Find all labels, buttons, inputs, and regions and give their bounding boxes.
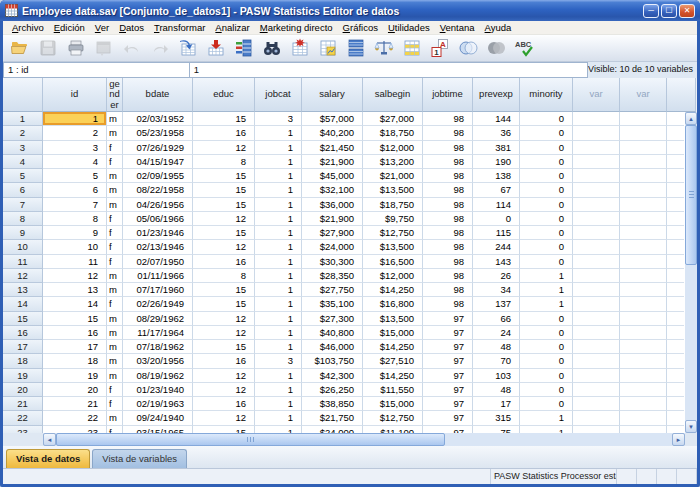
- table-cell[interactable]: 0: [520, 126, 573, 140]
- table-cell[interactable]: 8: [193, 269, 255, 283]
- menu-ver[interactable]: Ver: [90, 22, 114, 33]
- table-cell[interactable]: 97: [423, 326, 473, 340]
- row-header-2[interactable]: 2: [3, 126, 43, 140]
- table-cell[interactable]: $28,350: [302, 269, 363, 283]
- column-header-prevexp[interactable]: prevexp: [473, 78, 520, 112]
- table-cell[interactable]: f: [107, 141, 123, 155]
- table-cell[interactable]: $21,900: [302, 212, 363, 226]
- vertical-scroll-thumb[interactable]: [685, 125, 697, 265]
- table-cell[interactable]: 05/23/1958: [123, 126, 193, 140]
- table-cell[interactable]: [620, 383, 667, 397]
- table-cell[interactable]: $27,900: [302, 226, 363, 240]
- table-cell[interactable]: m: [107, 326, 123, 340]
- table-cell[interactable]: m: [107, 354, 123, 368]
- table-cell[interactable]: 48: [473, 340, 520, 354]
- insert-variable-icon[interactable]: [316, 36, 340, 60]
- table-cell[interactable]: [573, 269, 620, 283]
- table-cell[interactable]: 1: [255, 326, 302, 340]
- table-cell[interactable]: [620, 141, 667, 155]
- table-cell[interactable]: 1: [255, 183, 302, 197]
- table-cell[interactable]: $27,510: [363, 354, 423, 368]
- table-cell[interactable]: 115: [473, 226, 520, 240]
- column-header-gender[interactable]: gender: [107, 78, 123, 112]
- split-file-icon[interactable]: [344, 36, 368, 60]
- table-cell[interactable]: [573, 155, 620, 169]
- table-cell[interactable]: [573, 169, 620, 183]
- table-cell[interactable]: 381: [473, 141, 520, 155]
- table-cell[interactable]: 8: [193, 155, 255, 169]
- table-cell[interactable]: 137: [473, 297, 520, 311]
- horizontal-scrollbar[interactable]: ◄ ►: [43, 433, 685, 446]
- table-cell[interactable]: [573, 426, 620, 434]
- table-cell[interactable]: 6: [43, 183, 107, 197]
- table-cell[interactable]: 11: [43, 255, 107, 269]
- table-cell[interactable]: m: [107, 283, 123, 297]
- table-cell[interactable]: $13,200: [363, 155, 423, 169]
- table-cell[interactable]: [620, 155, 667, 169]
- table-cell[interactable]: 04/26/1956: [123, 198, 193, 212]
- tab-variable-view[interactable]: Vista de variables: [92, 449, 187, 468]
- menu-edici-n[interactable]: Edición: [49, 22, 90, 33]
- table-cell[interactable]: 66: [473, 312, 520, 326]
- table-cell[interactable]: [573, 297, 620, 311]
- table-cell[interactable]: $13,500: [363, 240, 423, 254]
- table-cell[interactable]: 1: [43, 112, 107, 126]
- table-cell[interactable]: [573, 226, 620, 240]
- table-cell[interactable]: $57,000: [302, 112, 363, 126]
- table-cell[interactable]: 98: [423, 198, 473, 212]
- table-cell[interactable]: 0: [520, 141, 573, 155]
- row-header-10[interactable]: 10: [3, 240, 43, 254]
- table-cell[interactable]: 1: [255, 126, 302, 140]
- table-cell[interactable]: 1: [255, 397, 302, 411]
- table-cell[interactable]: 1: [520, 269, 573, 283]
- table-cell[interactable]: $36,000: [302, 198, 363, 212]
- row-header-1[interactable]: 1: [3, 112, 43, 126]
- table-cell[interactable]: 10: [43, 240, 107, 254]
- table-cell[interactable]: 0: [520, 255, 573, 269]
- column-header-minority[interactable]: minority: [520, 78, 573, 112]
- table-cell[interactable]: 16: [193, 255, 255, 269]
- table-cell[interactable]: f: [107, 240, 123, 254]
- table-cell[interactable]: 9: [43, 226, 107, 240]
- table-cell[interactable]: 70: [473, 354, 520, 368]
- table-cell[interactable]: [620, 183, 667, 197]
- table-cell[interactable]: 08/22/1958: [123, 183, 193, 197]
- table-cell[interactable]: 0: [520, 112, 573, 126]
- table-cell[interactable]: 1: [255, 369, 302, 383]
- table-cell[interactable]: 12: [193, 212, 255, 226]
- table-cell[interactable]: $30,300: [302, 255, 363, 269]
- table-cell[interactable]: 98: [423, 297, 473, 311]
- table-cell[interactable]: 17: [43, 340, 107, 354]
- table-cell[interactable]: 1: [520, 411, 573, 425]
- table-cell[interactable]: 15: [43, 312, 107, 326]
- table-cell[interactable]: 1: [255, 226, 302, 240]
- column-header-educ[interactable]: educ: [193, 78, 255, 112]
- scroll-up-arrow[interactable]: ▲: [685, 112, 697, 125]
- table-cell[interactable]: m: [107, 369, 123, 383]
- table-cell[interactable]: 97: [423, 340, 473, 354]
- table-cell[interactable]: 15: [193, 283, 255, 297]
- vertical-scrollbar[interactable]: ▲ ▼: [685, 112, 697, 433]
- table-cell[interactable]: 97: [423, 397, 473, 411]
- table-cell[interactable]: 0: [520, 383, 573, 397]
- table-cell[interactable]: 34: [473, 283, 520, 297]
- table-cell[interactable]: $12,750: [363, 226, 423, 240]
- maximize-button[interactable]: ☐: [661, 4, 677, 18]
- table-cell[interactable]: f: [107, 226, 123, 240]
- table-cell[interactable]: 14: [43, 297, 107, 311]
- row-header-3[interactable]: 3: [3, 141, 43, 155]
- table-cell[interactable]: $103,750: [302, 354, 363, 368]
- table-cell[interactable]: 1: [255, 383, 302, 397]
- table-cell[interactable]: 114: [473, 198, 520, 212]
- table-cell[interactable]: 0: [520, 369, 573, 383]
- table-cell[interactable]: 98: [423, 183, 473, 197]
- table-cell[interactable]: [620, 112, 667, 126]
- weight-cases-icon[interactable]: [372, 36, 396, 60]
- table-cell[interactable]: m: [107, 169, 123, 183]
- table-cell[interactable]: $12,000: [363, 141, 423, 155]
- table-cell[interactable]: 09/24/1940: [123, 411, 193, 425]
- table-cell[interactable]: 15: [193, 297, 255, 311]
- table-cell[interactable]: [620, 297, 667, 311]
- table-cell[interactable]: 16: [193, 397, 255, 411]
- table-cell[interactable]: 17: [473, 397, 520, 411]
